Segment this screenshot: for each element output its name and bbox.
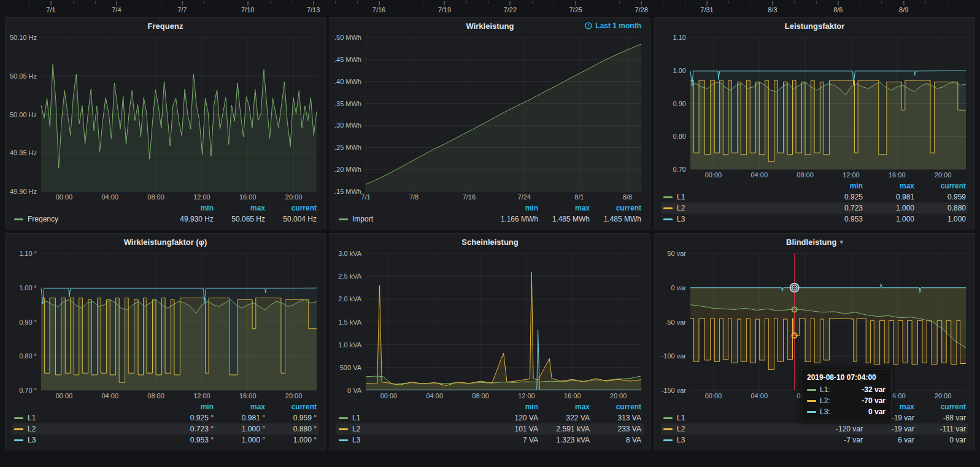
legend-value: 1.000 xyxy=(863,215,914,223)
svg-text:50 var: 50 var xyxy=(667,250,686,257)
time-tick xyxy=(576,1,576,6)
panel-title[interactable]: Scheinleistung xyxy=(461,237,518,247)
panel-title[interactable]: Frequenz xyxy=(148,21,183,31)
legend-row-freqency: Freqency49.930 Hz50.065 Hz50.004 Hz xyxy=(12,214,319,225)
wirkleistungfaktor-chart[interactable]: 00:0004:0008:0012:0016:0020:000.70 °0.80… xyxy=(9,250,322,401)
time-tick xyxy=(313,1,314,6)
wirkleistung-chart[interactable]: 7/17/87/167/248/18/81.15 MWh1.20 MWh1.25… xyxy=(334,34,646,202)
chart-svg: 7/17/87/167/248/18/81.15 MWh1.20 MWh1.25… xyxy=(334,34,646,202)
svg-text:0.90: 0.90 xyxy=(673,100,686,107)
svg-text:7/8: 7/8 xyxy=(409,193,419,201)
tooltip-series-label: L3: xyxy=(820,407,830,416)
svg-text:0.70 °: 0.70 ° xyxy=(19,387,37,394)
time-tick xyxy=(182,1,182,6)
legend-series-toggle[interactable]: L1 xyxy=(663,414,811,422)
legend-series-toggle[interactable]: L2 xyxy=(663,425,811,433)
legend-value: 6 var xyxy=(863,436,914,444)
series-label: L2 xyxy=(352,425,360,433)
legend-series-toggle[interactable]: L1 xyxy=(663,193,811,201)
legend-series-toggle[interactable]: L1 xyxy=(339,414,487,422)
svg-text:12:00: 12:00 xyxy=(843,171,860,179)
tooltip-row: L3:0 var xyxy=(807,406,885,417)
legend-value: 313 VA xyxy=(590,414,641,422)
svg-text:1.10: 1.10 xyxy=(673,34,686,41)
legend-value: 1.485 MWh xyxy=(590,215,641,223)
legend-series-toggle[interactable]: L3 xyxy=(339,436,487,444)
series-label: L1 xyxy=(677,193,685,201)
legend-series-toggle[interactable]: L3 xyxy=(663,436,811,444)
legend-value: 1.000 ° xyxy=(214,425,265,433)
time-tick xyxy=(51,1,52,6)
legend-series-toggle[interactable]: Import xyxy=(339,215,487,223)
svg-text:8/8: 8/8 xyxy=(623,193,632,201)
leistungsfaktor-chart[interactable]: 00:0004:0008:0012:0016:0020:000.700.800.… xyxy=(658,34,971,180)
svg-text:7/16: 7/16 xyxy=(463,193,476,201)
series-label: L3 xyxy=(677,436,685,444)
svg-text:50.00 Hz: 50.00 Hz xyxy=(10,111,37,118)
svg-text:04:00: 04:00 xyxy=(101,392,118,399)
legend-series-toggle[interactable]: L2 xyxy=(663,204,811,212)
legend-col-current: current xyxy=(590,403,641,411)
time-tick xyxy=(379,1,379,6)
legend-value: -111 var xyxy=(914,425,966,433)
legend-series-toggle[interactable]: L1 xyxy=(14,414,162,422)
legend-value: 0.925 xyxy=(811,193,863,201)
svg-text:04:00: 04:00 xyxy=(101,193,118,201)
chart-tooltip: 2019-08-10 07:04:00 L1:-32 varL2:-70 var… xyxy=(801,369,892,422)
legend-row-l2: L2-120 var-19 var-111 var xyxy=(661,423,968,434)
panel-header: Wirkleistungfaktor (φ) xyxy=(9,234,322,250)
time-tick xyxy=(247,1,248,6)
svg-text:00:00: 00:00 xyxy=(705,392,722,399)
time-tick xyxy=(444,1,445,6)
series-color-swatch xyxy=(663,207,673,209)
legend-value: 0.723 ° xyxy=(162,425,214,433)
series-color-swatch xyxy=(14,218,23,220)
panel-title[interactable]: Wirkleistung xyxy=(466,21,514,31)
frequenz-legend: minmaxcurrentFreqency49.930 Hz50.065 Hz5… xyxy=(9,202,322,226)
legend-series-toggle[interactable]: L2 xyxy=(339,425,487,433)
svg-text:12:00: 12:00 xyxy=(193,193,210,201)
legend-col-max: max xyxy=(538,403,590,411)
panel-title[interactable]: Blindleistung xyxy=(786,237,836,247)
svg-text:08:00: 08:00 xyxy=(147,193,164,201)
legend-row-l1: L1120 VA322 VA313 VA xyxy=(336,412,644,423)
panel-title[interactable]: Wirkleistungfaktor (φ) xyxy=(124,237,207,247)
svg-text:00:00: 00:00 xyxy=(380,392,398,399)
legend-value: 0.925 ° xyxy=(162,414,214,422)
panel-menu-caret-icon[interactable]: ▾ xyxy=(839,238,843,246)
time-tick-label: 8/9 xyxy=(899,6,908,14)
time-tick-label: 7/19 xyxy=(438,6,451,14)
legend-value: 1.000 xyxy=(863,204,914,212)
legend-value: 7 VA xyxy=(487,436,538,444)
legend-series-toggle[interactable]: L3 xyxy=(663,215,811,223)
series-label: L1 xyxy=(352,414,360,422)
legend-series-toggle[interactable]: L3 xyxy=(14,436,162,444)
scheinleistung-chart[interactable]: 00:0004:0008:0012:0016:0020:000 VA500 VA… xyxy=(334,250,646,401)
svg-text:00:00: 00:00 xyxy=(705,171,722,179)
time-tick-label: 7/25 xyxy=(569,6,582,14)
shared-time-axis: 7/17/47/77/107/137/167/197/227/257/287/3… xyxy=(5,1,975,16)
svg-text:20:00: 20:00 xyxy=(610,392,627,399)
time-tick-label: 7/10 xyxy=(241,6,254,14)
frequenz-chart[interactable]: 00:0004:0008:0012:0016:0020:0049.90 Hz49… xyxy=(9,34,322,202)
series-color-swatch xyxy=(663,439,673,441)
legend-series-toggle[interactable]: L2 xyxy=(14,425,162,433)
legend-row-l3: L3-7 var6 var0 var xyxy=(661,434,968,446)
legend-value: 0.880 xyxy=(914,204,966,212)
legend-series-toggle[interactable]: Freqency xyxy=(14,215,162,223)
series-label: Import xyxy=(352,215,373,223)
svg-text:1.10 °: 1.10 ° xyxy=(19,250,37,257)
time-tick xyxy=(510,1,511,6)
time-tick-label: 7/13 xyxy=(307,6,320,14)
svg-text:16:00: 16:00 xyxy=(239,392,257,399)
series-color-swatch xyxy=(14,439,23,441)
panel-header: Blindleistung ▾ xyxy=(658,234,971,250)
chart-svg: 00:0004:0008:0012:0016:0020:0049.90 Hz49… xyxy=(9,34,322,202)
svg-text:8/1: 8/1 xyxy=(574,193,584,201)
panel-title[interactable]: Leistungsfaktor xyxy=(785,21,845,31)
legend-value: 1.485 MWh xyxy=(538,215,590,223)
legend-value: 0.959 ° xyxy=(265,414,317,422)
legend-col-max: max xyxy=(863,182,914,190)
chart-svg: 00:0004:0008:0012:0016:0020:000.70 °0.80… xyxy=(9,250,322,401)
legend-value: -120 var xyxy=(811,425,863,433)
